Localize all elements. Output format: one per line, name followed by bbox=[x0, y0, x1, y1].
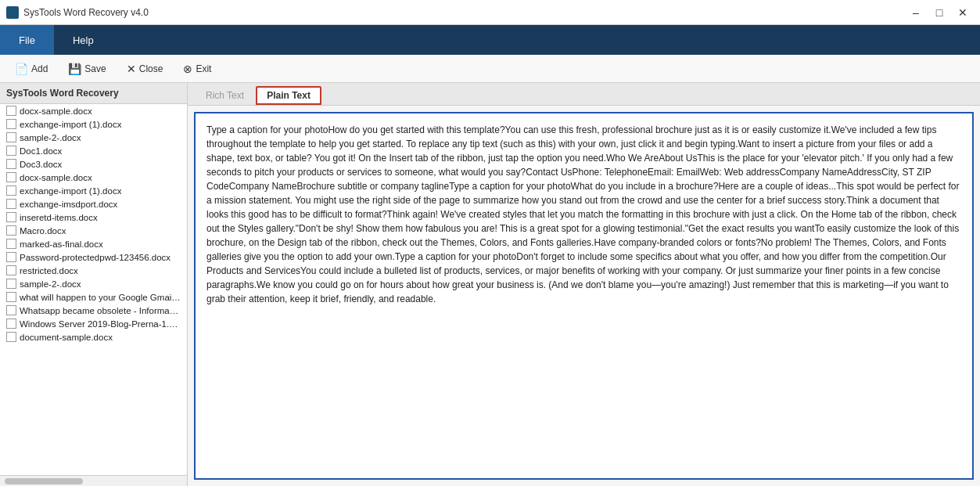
sidebar: SysTools Word Recovery docx-sample.docxe… bbox=[0, 83, 188, 486]
list-item[interactable]: Whatsapp became obsolete - Informative bbox=[0, 304, 187, 317]
file-checkbox[interactable] bbox=[6, 239, 16, 249]
save-button[interactable]: 💾 Save bbox=[59, 59, 114, 79]
list-item[interactable]: docx-sample.docx bbox=[0, 171, 187, 184]
file-name: Password-protectedpwd-123456.docx bbox=[20, 253, 171, 262]
list-item[interactable]: exchange-import (1).docx bbox=[0, 184, 187, 197]
file-name: inseretd-items.docx bbox=[20, 213, 98, 222]
file-checkbox[interactable] bbox=[6, 119, 16, 129]
exit-icon: ⊗ bbox=[183, 63, 192, 75]
file-checkbox[interactable] bbox=[6, 132, 16, 142]
file-name: Doc3.docx bbox=[20, 160, 62, 169]
list-item[interactable]: exchange-import (1).docx bbox=[0, 117, 187, 131]
file-checkbox[interactable] bbox=[6, 265, 16, 275]
file-name: marked-as-final.docx bbox=[20, 239, 103, 249]
file-checkbox[interactable] bbox=[6, 332, 16, 342]
list-item[interactable]: restricted.docx bbox=[0, 264, 187, 277]
exit-button[interactable]: ⊗ Exit bbox=[174, 59, 220, 79]
horizontal-scrollbar[interactable] bbox=[5, 478, 83, 484]
file-name: restricted.docx bbox=[20, 266, 78, 275]
file-checkbox[interactable] bbox=[6, 199, 16, 209]
maximize-button[interactable]: □ bbox=[928, 4, 950, 21]
list-item[interactable]: what will happen to your Google Gmail a bbox=[0, 290, 187, 304]
list-item[interactable]: sample-2-.docx bbox=[0, 277, 187, 290]
sidebar-file-list[interactable]: docx-sample.docxexchange-import (1).docx… bbox=[0, 104, 187, 475]
window-controls: – □ ✕ bbox=[905, 4, 974, 21]
file-checkbox[interactable] bbox=[6, 146, 16, 156]
file-checkbox[interactable] bbox=[6, 279, 16, 289]
file-checkbox[interactable] bbox=[6, 319, 16, 329]
file-name: what will happen to your Google Gmail a bbox=[20, 293, 181, 302]
sidebar-scrollbar[interactable] bbox=[0, 475, 187, 486]
file-name: sample-2-.docx bbox=[20, 279, 81, 289]
tab-rich-text[interactable]: Rich Text bbox=[194, 86, 256, 105]
file-name: Doc1.docx bbox=[20, 146, 62, 156]
app-title: SysTools Word Recovery v4.0 bbox=[23, 7, 149, 18]
file-name: docx-sample.docx bbox=[20, 106, 92, 116]
tab-plain-text[interactable]: Plain Text bbox=[256, 86, 321, 105]
list-item[interactable]: marked-as-final.docx bbox=[0, 237, 187, 250]
list-item[interactable]: Doc3.docx bbox=[0, 157, 187, 171]
content-area: Rich Text Plain Text Type a caption for … bbox=[188, 83, 980, 486]
close-button[interactable]: ✕ Close bbox=[118, 59, 172, 79]
add-button[interactable]: 📄 Add bbox=[6, 59, 56, 79]
file-checkbox[interactable] bbox=[6, 212, 16, 222]
menu-bar: File Help bbox=[0, 25, 980, 55]
file-name: exchange-import (1).docx bbox=[20, 186, 121, 196]
title-bar: SysTools Word Recovery v4.0 – □ ✕ bbox=[0, 0, 980, 25]
file-checkbox[interactable] bbox=[6, 225, 16, 236]
file-checkbox[interactable] bbox=[6, 106, 16, 116]
file-name: sample-2-.docx bbox=[20, 133, 81, 142]
list-item[interactable]: exchange-imsdport.docx bbox=[0, 197, 187, 211]
list-item[interactable]: inseretd-items.docx bbox=[0, 211, 187, 224]
menu-help[interactable]: Help bbox=[54, 25, 113, 55]
tab-bar: Rich Text Plain Text bbox=[188, 83, 980, 106]
file-checkbox[interactable] bbox=[6, 252, 16, 262]
list-item[interactable]: document-sample.docx bbox=[0, 330, 187, 344]
list-item[interactable]: Windows Server 2019-Blog-Prerna-1.doc bbox=[0, 317, 187, 330]
list-item[interactable]: Macro.docx bbox=[0, 224, 187, 237]
file-checkbox[interactable] bbox=[6, 172, 16, 182]
file-name: document-sample.docx bbox=[20, 333, 113, 342]
menu-file[interactable]: File bbox=[0, 25, 54, 55]
file-checkbox[interactable] bbox=[6, 292, 16, 302]
list-item[interactable]: Doc1.docx bbox=[0, 144, 187, 157]
main-area: SysTools Word Recovery docx-sample.docxe… bbox=[0, 83, 980, 486]
add-icon: 📄 bbox=[15, 63, 28, 75]
list-item[interactable]: docx-sample.docx bbox=[0, 104, 187, 117]
list-item[interactable]: Password-protectedpwd-123456.docx bbox=[0, 250, 187, 264]
file-checkbox[interactable] bbox=[6, 185, 16, 196]
file-name: docx-sample.docx bbox=[20, 173, 92, 182]
content-text: Type a caption for your photoHow do you … bbox=[206, 124, 960, 304]
file-name: exchange-imsdport.docx bbox=[20, 200, 117, 209]
file-checkbox[interactable] bbox=[6, 159, 16, 169]
minimize-button[interactable]: – bbox=[905, 4, 927, 21]
file-name: Macro.docx bbox=[20, 226, 66, 236]
save-icon: 💾 bbox=[68, 63, 81, 75]
app-icon bbox=[6, 6, 19, 19]
file-name: Windows Server 2019-Blog-Prerna-1.doc bbox=[20, 319, 181, 329]
close-window-button[interactable]: ✕ bbox=[952, 4, 974, 21]
list-item[interactable]: sample-2-.docx bbox=[0, 131, 187, 144]
file-name: exchange-import (1).docx bbox=[20, 120, 121, 129]
close-icon: ✕ bbox=[127, 63, 136, 75]
file-name: Whatsapp became obsolete - Informative bbox=[20, 306, 181, 315]
sidebar-title: SysTools Word Recovery bbox=[0, 83, 187, 104]
toolbar: 📄 Add 💾 Save ✕ Close ⊗ Exit bbox=[0, 55, 980, 83]
file-checkbox[interactable] bbox=[6, 305, 16, 315]
text-content-area: Type a caption for your photoHow do you … bbox=[194, 112, 974, 480]
